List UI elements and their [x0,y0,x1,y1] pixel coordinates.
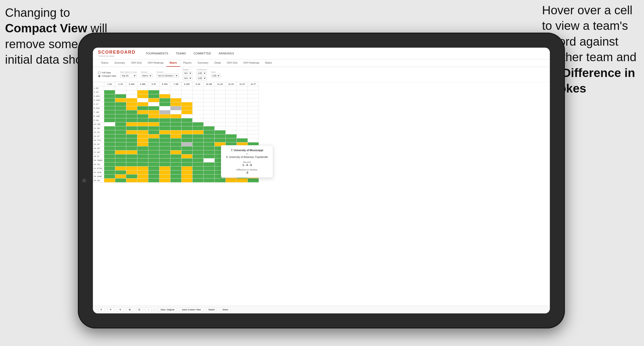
matrix-cell[interactable] [137,162,148,166]
matrix-cell[interactable] [104,146,115,150]
matrix-cell[interactable] [182,138,193,142]
matrix-cell[interactable] [148,94,159,98]
matrix-cell[interactable] [126,134,137,138]
matrix-cell[interactable] [126,158,137,162]
matrix-cell[interactable] [148,122,159,126]
division-select[interactable]: NCAA Division I [157,74,179,78]
matrix-cell[interactable] [137,122,148,126]
matrix-cell[interactable] [170,179,182,183]
matrix-cell[interactable] [182,154,193,158]
matrix-cell[interactable] [148,138,159,142]
matrix-cell[interactable] [126,118,137,122]
matrix-cell[interactable] [215,102,226,106]
matrix-cell[interactable] [115,170,126,175]
tab-matrix1[interactable]: Matrix [166,59,180,67]
matrix-cell[interactable] [115,90,126,94]
matrix-cell[interactable] [215,106,226,110]
matrix-cell[interactable] [237,106,248,110]
matrix-cell[interactable] [137,106,148,110]
matrix-cell[interactable] [237,114,248,118]
matrix-cell[interactable] [137,175,148,179]
matrix-cell[interactable] [115,146,126,150]
matrix-cell[interactable] [204,138,215,142]
matrix-cell[interactable] [237,122,248,126]
matrix-cell[interactable] [115,118,126,122]
matrix-cell[interactable] [193,142,204,146]
matrix-cell[interactable] [170,146,182,150]
matrix-cell[interactable] [248,114,259,118]
matrix-cell[interactable] [170,130,182,134]
matrix-cell[interactable] [115,106,126,110]
matrix-cell[interactable] [204,118,215,122]
matrix-cell[interactable] [204,179,215,183]
matrix-cell[interactable] [182,175,193,179]
tab-matrix2[interactable]: Matrix [262,59,275,67]
matrix-cell[interactable] [204,158,215,162]
matrix-cell[interactable] [148,110,159,114]
matrix-cell[interactable] [126,170,137,175]
matrix-cell[interactable] [204,86,215,90]
matrix-cell[interactable] [215,98,226,102]
nav-rankings[interactable]: RANKINGS [219,52,234,55]
matrix-cell[interactable] [148,126,159,130]
matrix-cell[interactable] [104,166,115,170]
matrix-cell[interactable] [159,118,170,122]
team-select[interactable]: (All) [211,74,221,78]
full-view-option[interactable]: Full View [98,71,116,74]
matrix-cell[interactable] [215,90,226,94]
matrix-cell[interactable] [204,146,215,150]
matrix-cell[interactable] [115,98,126,102]
matrix-cell[interactable] [248,94,259,98]
matrix-cell[interactable] [126,154,137,158]
matrix-cell[interactable] [182,118,193,122]
matrix-cell[interactable] [193,154,204,158]
matrix-cell[interactable] [226,110,237,114]
matrix-cell[interactable] [226,179,237,183]
matrix-cell[interactable] [204,126,215,130]
nav-teams[interactable]: TEAMS [176,52,186,55]
view-original-button[interactable]: View: Original [158,307,177,312]
matrix-cell[interactable] [170,170,182,175]
matrix-cell[interactable] [159,146,170,150]
matrix-cell[interactable] [182,106,193,110]
matrix-cell[interactable] [137,86,148,90]
matrix-cell[interactable] [193,179,204,183]
matrix-cell[interactable] [215,179,226,183]
matrix-cell[interactable] [193,162,204,166]
matrix-cell[interactable] [248,102,259,106]
share-button[interactable]: Share [220,307,230,312]
tab-h2hheatmap1[interactable]: H2H Heatmap [145,59,166,67]
matrix-cell[interactable] [170,134,182,138]
matrix-cell[interactable] [148,114,159,118]
matrix-cell[interactable] [170,158,182,162]
matrix-cell[interactable] [170,86,182,90]
tab-h2hgrid1[interactable]: H2H Grid [128,59,145,67]
matrix-cell[interactable] [159,86,170,90]
matrix-cell[interactable] [115,158,126,162]
matrix-cell[interactable] [159,114,170,118]
matrix-cell[interactable] [104,158,115,162]
matrix-cell[interactable] [170,118,182,122]
matrix-cell[interactable] [159,130,170,134]
matrix-cell[interactable] [148,166,159,170]
matrix-cell[interactable] [248,134,259,138]
matrix-cell[interactable] [148,134,159,138]
matrix-cell[interactable] [148,150,159,154]
matrix-cell[interactable] [159,106,170,110]
matrix-cell[interactable] [148,86,159,90]
matrix-cell[interactable] [182,90,193,94]
matrix-cell[interactable] [193,126,204,130]
matrix-cell[interactable] [126,98,137,102]
matrix-cell[interactable] [193,134,204,138]
matrix-cell[interactable] [104,122,115,126]
matrix-cell[interactable] [104,162,115,166]
matrix-cell[interactable] [248,138,259,142]
matrix-cell[interactable] [104,138,115,142]
matrix-cell[interactable] [248,110,259,114]
matrix-cell[interactable] [115,150,126,154]
matrix-cell[interactable] [104,98,115,102]
matrix-cell[interactable] [126,130,137,134]
matrix-cell[interactable] [126,102,137,106]
matrix-cell[interactable] [115,134,126,138]
matrix-cell[interactable] [148,106,159,110]
